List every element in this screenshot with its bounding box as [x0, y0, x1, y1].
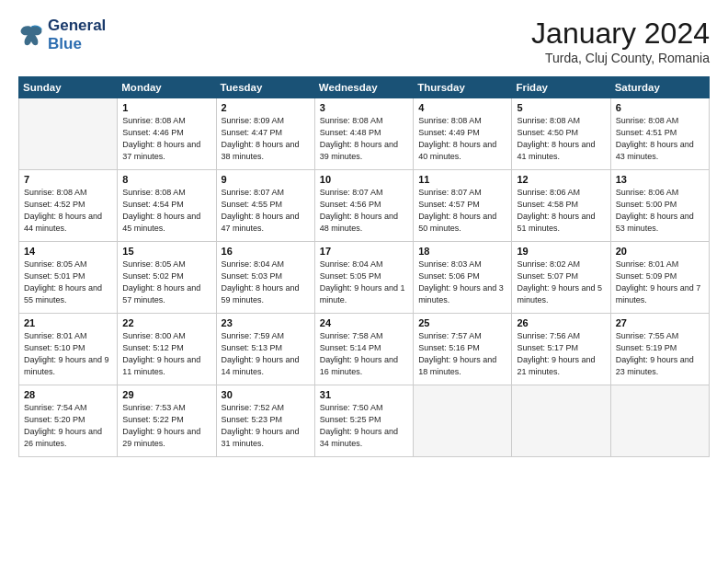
day-number: 7: [24, 174, 112, 185]
calendar-cell: 16Sunrise: 8:04 AMSunset: 5:03 PMDayligh…: [216, 242, 314, 314]
weekday-header-tuesday: Tuesday: [216, 77, 314, 98]
day-info: Sunrise: 8:08 AMSunset: 4:50 PMDaylight:…: [517, 115, 605, 163]
calendar-cell: 5Sunrise: 8:08 AMSunset: 4:50 PMDaylight…: [512, 98, 610, 170]
calendar-cell: 18Sunrise: 8:03 AMSunset: 5:06 PMDayligh…: [414, 242, 512, 314]
day-number: 31: [320, 389, 408, 400]
day-info: Sunrise: 7:57 AMSunset: 5:16 PMDaylight:…: [418, 330, 506, 378]
calendar-cell: 17Sunrise: 8:04 AMSunset: 5:05 PMDayligh…: [314, 242, 413, 314]
calendar-cell: 26Sunrise: 7:56 AMSunset: 5:17 PMDayligh…: [512, 314, 610, 385]
day-number: 2: [222, 102, 310, 113]
day-number: 1: [122, 102, 210, 113]
day-info: Sunrise: 8:05 AMSunset: 5:01 PMDaylight:…: [24, 259, 112, 306]
calendar-cell: 11Sunrise: 8:07 AMSunset: 4:57 PMDayligh…: [414, 170, 512, 242]
day-number: 6: [616, 102, 704, 113]
day-info: Sunrise: 7:59 AMSunset: 5:13 PMDaylight:…: [222, 330, 310, 378]
day-number: 22: [122, 317, 210, 328]
calendar-cell: 20Sunrise: 8:01 AMSunset: 5:09 PMDayligh…: [610, 242, 709, 314]
calendar-cell: 12Sunrise: 8:06 AMSunset: 4:58 PMDayligh…: [512, 170, 610, 242]
logo-blue: Blue: [48, 35, 82, 52]
calendar-cell: 7Sunrise: 8:08 AMSunset: 4:52 PMDaylight…: [19, 170, 118, 242]
day-info: Sunrise: 7:54 AMSunset: 5:20 PMDaylight:…: [24, 402, 112, 450]
day-number: 3: [320, 102, 408, 113]
title-block: January 2024 Turda, Cluj County, Romania: [531, 17, 710, 65]
day-info: Sunrise: 8:09 AMSunset: 4:47 PMDaylight:…: [222, 115, 310, 163]
day-number: 16: [222, 246, 310, 257]
day-number: 24: [320, 317, 408, 328]
day-number: 26: [517, 317, 605, 328]
calendar-cell: [414, 385, 512, 457]
day-number: 17: [320, 246, 408, 257]
calendar-cell: 1Sunrise: 8:08 AMSunset: 4:46 PMDaylight…: [118, 98, 216, 170]
day-number: 23: [222, 317, 310, 328]
day-number: 21: [24, 317, 112, 328]
day-info: Sunrise: 8:08 AMSunset: 4:54 PMDaylight:…: [122, 187, 210, 235]
day-info: Sunrise: 7:56 AMSunset: 5:17 PMDaylight:…: [517, 330, 605, 378]
calendar-cell: [610, 385, 709, 457]
weekday-header-row: SundayMondayTuesdayWednesdayThursdayFrid…: [19, 77, 710, 98]
day-info: Sunrise: 8:01 AMSunset: 5:10 PMDaylight:…: [24, 330, 112, 378]
calendar-cell: [512, 385, 610, 457]
logo-icon: [18, 22, 44, 48]
week-row-3: 14Sunrise: 8:05 AMSunset: 5:01 PMDayligh…: [19, 242, 710, 314]
day-number: 25: [418, 317, 506, 328]
day-info: Sunrise: 8:08 AMSunset: 4:48 PMDaylight:…: [320, 115, 408, 163]
day-info: Sunrise: 8:01 AMSunset: 5:09 PMDaylight:…: [616, 259, 704, 306]
month-title: January 2024: [531, 17, 710, 51]
calendar-cell: 25Sunrise: 7:57 AMSunset: 5:16 PMDayligh…: [414, 314, 512, 385]
calendar-cell: 21Sunrise: 8:01 AMSunset: 5:10 PMDayligh…: [19, 314, 118, 385]
day-info: Sunrise: 7:50 AMSunset: 5:25 PMDaylight:…: [320, 402, 408, 450]
day-info: Sunrise: 7:52 AMSunset: 5:23 PMDaylight:…: [222, 402, 310, 450]
day-info: Sunrise: 8:08 AMSunset: 4:51 PMDaylight:…: [616, 115, 704, 163]
calendar-cell: 6Sunrise: 8:08 AMSunset: 4:51 PMDaylight…: [610, 98, 709, 170]
calendar-cell: 30Sunrise: 7:52 AMSunset: 5:23 PMDayligh…: [216, 385, 314, 457]
weekday-header-saturday: Saturday: [610, 77, 709, 98]
calendar-cell: 3Sunrise: 8:08 AMSunset: 4:48 PMDaylight…: [314, 98, 413, 170]
day-info: Sunrise: 8:05 AMSunset: 5:02 PMDaylight:…: [122, 259, 210, 306]
day-info: Sunrise: 8:07 AMSunset: 4:57 PMDaylight:…: [418, 187, 506, 235]
logo-general: General: [48, 17, 106, 34]
day-info: Sunrise: 8:07 AMSunset: 4:55 PMDaylight:…: [222, 187, 310, 235]
calendar-cell: 24Sunrise: 7:58 AMSunset: 5:14 PMDayligh…: [314, 314, 413, 385]
day-number: 18: [418, 246, 506, 257]
day-number: 28: [24, 389, 112, 400]
weekday-header-sunday: Sunday: [19, 77, 118, 98]
day-number: 12: [517, 174, 605, 185]
calendar-cell: 10Sunrise: 8:07 AMSunset: 4:56 PMDayligh…: [314, 170, 413, 242]
week-row-4: 21Sunrise: 8:01 AMSunset: 5:10 PMDayligh…: [19, 314, 710, 385]
day-number: 10: [320, 174, 408, 185]
day-info: Sunrise: 8:03 AMSunset: 5:06 PMDaylight:…: [418, 259, 506, 306]
day-info: Sunrise: 8:02 AMSunset: 5:07 PMDaylight:…: [517, 259, 605, 306]
weekday-header-wednesday: Wednesday: [314, 77, 413, 98]
weekday-header-thursday: Thursday: [414, 77, 512, 98]
day-number: 13: [616, 174, 704, 185]
week-row-2: 7Sunrise: 8:08 AMSunset: 4:52 PMDaylight…: [19, 170, 710, 242]
day-info: Sunrise: 7:58 AMSunset: 5:14 PMDaylight:…: [320, 330, 408, 378]
day-info: Sunrise: 8:06 AMSunset: 5:00 PMDaylight:…: [616, 187, 704, 235]
calendar-cell: 4Sunrise: 8:08 AMSunset: 4:49 PMDaylight…: [414, 98, 512, 170]
calendar-cell: 15Sunrise: 8:05 AMSunset: 5:02 PMDayligh…: [118, 242, 216, 314]
day-info: Sunrise: 8:06 AMSunset: 4:58 PMDaylight:…: [517, 187, 605, 235]
day-number: 5: [517, 102, 605, 113]
day-number: 15: [122, 246, 210, 257]
day-number: 8: [122, 174, 210, 185]
week-row-1: 1Sunrise: 8:08 AMSunset: 4:46 PMDaylight…: [19, 98, 710, 170]
day-number: 30: [222, 389, 310, 400]
day-info: Sunrise: 8:08 AMSunset: 4:46 PMDaylight:…: [122, 115, 210, 163]
day-number: 20: [616, 246, 704, 257]
header: General Blue January 2024 Turda, Cluj Co…: [18, 17, 710, 65]
day-info: Sunrise: 8:08 AMSunset: 4:49 PMDaylight:…: [418, 115, 506, 163]
week-row-5: 28Sunrise: 7:54 AMSunset: 5:20 PMDayligh…: [19, 385, 710, 457]
calendar-cell: 29Sunrise: 7:53 AMSunset: 5:22 PMDayligh…: [118, 385, 216, 457]
calendar-cell: 22Sunrise: 8:00 AMSunset: 5:12 PMDayligh…: [118, 314, 216, 385]
day-info: Sunrise: 8:00 AMSunset: 5:12 PMDaylight:…: [122, 330, 210, 378]
day-number: 19: [517, 246, 605, 257]
logo: General Blue: [18, 17, 106, 52]
location-subtitle: Turda, Cluj County, Romania: [531, 51, 710, 65]
weekday-header-monday: Monday: [118, 77, 216, 98]
calendar-cell: 9Sunrise: 8:07 AMSunset: 4:55 PMDaylight…: [216, 170, 314, 242]
day-number: 27: [616, 317, 704, 328]
calendar-cell: [19, 98, 118, 170]
day-number: 11: [418, 174, 506, 185]
calendar-table: SundayMondayTuesdayWednesdayThursdayFrid…: [18, 76, 710, 457]
day-info: Sunrise: 8:08 AMSunset: 4:52 PMDaylight:…: [24, 187, 112, 235]
